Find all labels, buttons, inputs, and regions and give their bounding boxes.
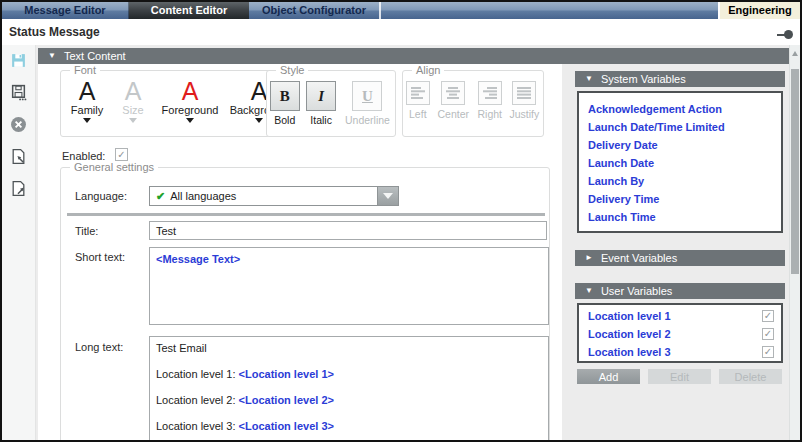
- scroll-up-arrow-icon[interactable]: [792, 48, 798, 56]
- save-as-button[interactable]: [10, 83, 28, 101]
- italic-button[interactable]: I Italic: [302, 81, 339, 126]
- bold-button[interactable]: B Bold: [267, 81, 302, 126]
- save-button[interactable]: [10, 51, 28, 69]
- system-variable-item[interactable]: Acknowledgement Action: [588, 100, 781, 118]
- user-variable-row: Location level 2 ✓: [579, 325, 781, 343]
- user-variable-row: Location level 3 ✓: [579, 343, 781, 361]
- align-center-label: Center: [438, 108, 470, 120]
- title-input[interactable]: Test: [149, 221, 547, 240]
- dropdown-arrow-icon: [383, 193, 393, 199]
- scrollbar-thumb[interactable]: [791, 69, 799, 274]
- content-editor-window: Message Editor Content Editor Object Con…: [0, 0, 802, 442]
- language-dropdown[interactable]: ✔ All languages: [149, 186, 399, 206]
- main-area: ▼ Text Content Font A Family A Size: [2, 45, 800, 440]
- italic-icon[interactable]: I: [306, 81, 336, 111]
- long-text-area[interactable]: Test Email Location level 1: <Location l…: [149, 336, 549, 440]
- green-check-icon: ✔: [156, 190, 165, 203]
- align-justify-button: Justify: [506, 81, 543, 120]
- export-icon: [10, 180, 27, 197]
- font-size-glyph: A: [125, 79, 142, 104]
- language-dropdown-button[interactable]: [377, 187, 398, 205]
- short-text-area[interactable]: <Message Text>: [149, 247, 549, 325]
- system-variable-item[interactable]: Delivery Date: [588, 136, 781, 154]
- location-level-1-placeholder[interactable]: <Location level 1>: [239, 368, 334, 380]
- user-variables-title: User Variables: [601, 285, 672, 297]
- chevron-down-icon: [83, 118, 91, 123]
- check-icon: ✓: [117, 150, 125, 160]
- cancel-button[interactable]: [10, 115, 28, 133]
- collapse-triangle-icon: ▼: [585, 287, 593, 295]
- export-button[interactable]: [10, 179, 28, 197]
- long-text-label: Long text:: [75, 341, 123, 353]
- system-variables-header[interactable]: ▼ System Variables: [575, 71, 785, 87]
- chevron-down-icon: [186, 118, 194, 123]
- font-family-button[interactable]: A Family: [61, 79, 113, 123]
- bold-icon[interactable]: B: [270, 81, 300, 111]
- align-right-button: Right: [474, 81, 506, 120]
- system-variables-title: System Variables: [601, 73, 686, 85]
- tab-engineering[interactable]: Engineering: [718, 2, 800, 19]
- align-right-icon: [483, 87, 497, 99]
- system-variable-item[interactable]: Launch Date: [588, 154, 781, 172]
- font-family-glyph: A: [79, 79, 96, 104]
- font-group-label: Font: [70, 64, 100, 77]
- system-variable-item[interactable]: Launch Date/Time Limited: [588, 118, 781, 136]
- location-level-3-placeholder[interactable]: <Location level 3>: [239, 420, 334, 432]
- enabled-checkbox[interactable]: ✓: [115, 148, 128, 161]
- general-settings-label: General settings: [70, 161, 158, 174]
- user-variable-checkbox[interactable]: ✓: [762, 310, 774, 322]
- collapse-triangle-icon: ▼: [585, 75, 593, 83]
- language-value: All languages: [170, 190, 236, 202]
- align-group-label: Align: [412, 64, 444, 77]
- chevron-down-icon: [255, 118, 263, 123]
- user-variable-checkbox[interactable]: ✓: [762, 328, 774, 340]
- import-button[interactable]: [10, 147, 28, 165]
- pin-icon[interactable]: [777, 30, 793, 39]
- system-variable-item[interactable]: Delivery Time: [588, 190, 781, 208]
- vertical-scrollbar[interactable]: [789, 45, 800, 440]
- font-foreground-label: Foreground: [162, 104, 219, 116]
- user-variables-list: Location level 1 ✓ Location level 2 ✓ Lo…: [577, 303, 783, 363]
- event-variables-header[interactable]: ► Event Variables: [575, 250, 785, 266]
- check-icon: ✓: [764, 347, 772, 357]
- user-variable-label[interactable]: Location level 3: [588, 343, 762, 361]
- add-button[interactable]: Add: [577, 369, 640, 384]
- text-content-title: Text Content: [64, 50, 126, 62]
- bold-label: Bold: [274, 114, 295, 126]
- align-group: Align Left Center Right: [402, 70, 544, 137]
- language-label: Language:: [75, 190, 127, 202]
- user-variable-label[interactable]: Location level 2: [588, 325, 762, 343]
- pin-head: [784, 30, 793, 39]
- font-group: Font A Family A Size A Foreground: [60, 70, 292, 137]
- align-left-icon: [411, 87, 425, 99]
- underline-icon: U: [352, 81, 382, 111]
- save-as-icon: [10, 84, 27, 101]
- system-variables-list: Acknowledgement Action Launch Date/Time …: [577, 91, 783, 233]
- left-tool-rail: [2, 45, 36, 440]
- user-variables-buttons: Add Edit Delete: [577, 369, 782, 384]
- system-variable-item[interactable]: Launch By: [588, 172, 781, 190]
- message-text-placeholder[interactable]: <Message Text>: [156, 253, 240, 265]
- editor-area: Font A Family A Size A Foreground: [38, 64, 562, 440]
- title-label: Title:: [75, 225, 98, 237]
- variables-panel: ▼ System Variables Acknowledgement Actio…: [575, 64, 789, 440]
- edit-button: Edit: [648, 369, 711, 384]
- tab-content-editor[interactable]: Content Editor: [129, 2, 249, 19]
- delete-button: Delete: [719, 369, 782, 384]
- font-foreground-button[interactable]: A Foreground: [153, 79, 227, 123]
- user-variable-label[interactable]: Location level 1: [588, 307, 762, 325]
- tab-object-configurator[interactable]: Object Configurator: [249, 2, 379, 19]
- style-group: Style B Bold I Italic U Underline: [266, 70, 396, 137]
- system-variable-item[interactable]: Launch Time: [588, 208, 781, 226]
- align-center-icon: [446, 87, 460, 99]
- short-text-label: Short text:: [75, 251, 125, 263]
- tab-message-editor[interactable]: Message Editor: [2, 2, 128, 19]
- align-center-button: Center: [433, 81, 474, 120]
- page-title: Status Message: [9, 25, 100, 39]
- align-left-button: Left: [403, 81, 433, 120]
- user-variables-header[interactable]: ▼ User Variables: [575, 283, 785, 299]
- user-variable-checkbox[interactable]: ✓: [762, 346, 774, 358]
- font-foreground-glyph: A: [182, 79, 199, 104]
- location-level-2-placeholder[interactable]: <Location level 2>: [239, 394, 334, 406]
- text-content-header[interactable]: ▼ Text Content: [38, 48, 789, 64]
